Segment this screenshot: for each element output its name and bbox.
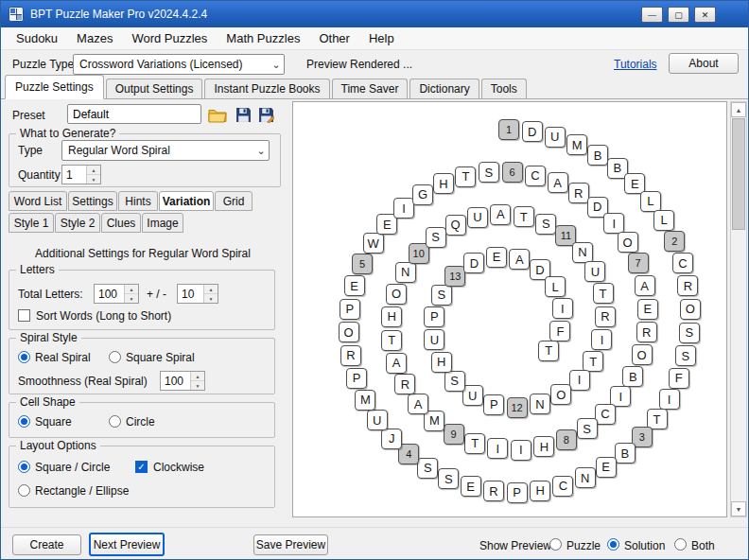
plus-minus-down-icon[interactable]: ▼ xyxy=(204,294,218,303)
spiral-letter-cell: H xyxy=(431,352,452,373)
cell-shape-title: Cell Shape xyxy=(16,395,79,409)
show-puzzle-radio[interactable] xyxy=(549,538,562,551)
spiral-letter-cell: S xyxy=(438,468,459,489)
minimize-icon: — xyxy=(648,10,656,20)
total-letters-spinner[interactable]: 100 ▲ ▼ xyxy=(94,284,139,304)
spiral-number-cell: 1 xyxy=(498,119,519,140)
spiral-letter-cell: T xyxy=(593,283,614,304)
menu-help[interactable]: Help xyxy=(359,28,404,48)
spiral-letter-cell: L xyxy=(545,276,566,297)
subtab-variation[interactable]: Variation xyxy=(159,191,214,211)
save-as-preset-icon[interactable] xyxy=(253,103,278,127)
subtab-settings[interactable]: Settings xyxy=(68,191,117,211)
sort-words-checkbox[interactable] xyxy=(18,309,30,322)
total-letters-down-icon[interactable]: ▼ xyxy=(125,294,138,303)
next-preview-button[interactable]: Next Preview xyxy=(89,533,165,556)
menu-other[interactable]: Other xyxy=(309,28,359,48)
spiral-letter-cell: B xyxy=(615,443,636,464)
tutorials-link[interactable]: Tutorials xyxy=(614,58,657,71)
spiral-letter-cell: B xyxy=(587,145,608,166)
maximize-icon: ▢ xyxy=(674,10,683,20)
subtab-image[interactable]: Image xyxy=(142,213,183,233)
maximize-button[interactable]: ▢ xyxy=(668,7,689,23)
preset-input[interactable] xyxy=(67,104,201,124)
save-preset-icon[interactable] xyxy=(231,103,255,127)
menu-word-puzzles[interactable]: Word Puzzles xyxy=(122,28,217,48)
plus-minus-label: + / - xyxy=(147,288,166,301)
tab-tools[interactable]: Tools xyxy=(481,79,527,98)
quantity-spinner[interactable]: 1 ▲ ▼ xyxy=(61,165,101,184)
rectangle-ellipse-radio[interactable] xyxy=(18,484,30,497)
quantity-up-icon[interactable]: ▲ xyxy=(87,166,100,175)
puzzle-type-combobox[interactable]: Crossword Variations (Licensed) ⌄ xyxy=(73,54,285,75)
spiral-letter-cell: U xyxy=(467,207,488,228)
clockwise-checkbox[interactable]: ✓ xyxy=(135,461,148,473)
plus-minus-up-icon[interactable]: ▲ xyxy=(204,285,218,294)
spiral-letter-cell: T xyxy=(583,351,603,372)
open-preset-icon[interactable] xyxy=(205,103,230,127)
real-spiral-radio[interactable] xyxy=(18,351,30,363)
square-circle-radio[interactable] xyxy=(18,461,30,473)
minimize-button[interactable]: — xyxy=(641,7,663,23)
smoothness-down-icon[interactable]: ▼ xyxy=(191,381,204,390)
tab-instant-puzzle-books[interactable]: Instant Puzzle Books xyxy=(204,79,329,98)
window-title: BPT Puzzle Maker Pro v2024.4.2.4 xyxy=(30,8,207,21)
save-preview-button[interactable]: Save Preview xyxy=(253,534,328,555)
spiral-letter-cell: S xyxy=(444,371,465,392)
subtab-style-2[interactable]: Style 2 xyxy=(55,213,100,233)
subtab-hints[interactable]: Hints xyxy=(118,191,158,211)
tab-dictionary[interactable]: Dictionary xyxy=(409,79,479,98)
smoothness-up-icon[interactable]: ▲ xyxy=(191,372,204,381)
show-solution-radio[interactable] xyxy=(607,538,619,551)
menu-math-puzzles[interactable]: Math Puzzles xyxy=(217,28,309,48)
spiral-letter-cell: R xyxy=(636,322,657,342)
subtab-clues[interactable]: Clues xyxy=(101,213,141,233)
preset-label: Preset xyxy=(12,109,45,122)
spiral-letter-cell: I xyxy=(552,298,573,319)
show-puzzle-label: Puzzle xyxy=(566,539,601,552)
subtab-style-1[interactable]: Style 1 xyxy=(9,213,54,233)
square-spiral-radio[interactable] xyxy=(109,351,121,363)
what-to-generate-title: What to Generate? xyxy=(16,127,119,140)
spiral-letter-cell: R xyxy=(677,275,698,296)
spiral-letter-cell: C xyxy=(672,253,693,273)
spiral-letter-cell: W xyxy=(363,233,384,254)
tab-puzzle-settings[interactable]: Puzzle Settings xyxy=(5,75,104,99)
spiral-number-cell: 5 xyxy=(352,254,373,274)
tab-output-settings[interactable]: Output Settings xyxy=(106,79,203,98)
scroll-down-icon[interactable]: ▼ xyxy=(731,501,746,516)
menu-sudoku[interactable]: Sudoku xyxy=(7,28,67,48)
cell-square-radio[interactable] xyxy=(18,415,30,428)
square-circle-label: Square / Circle xyxy=(35,461,110,474)
close-button[interactable]: ✕ xyxy=(694,7,716,23)
preview-scrollbar[interactable]: ▲ ▼ xyxy=(730,101,747,517)
spiral-letter-cell: T xyxy=(464,433,485,454)
spiral-letter-cell: S xyxy=(431,285,452,306)
spiral-letter-cell: E xyxy=(461,476,481,497)
spiral-letter-cell: J xyxy=(381,429,402,449)
subtab-word-list[interactable]: Word List xyxy=(9,191,67,211)
cell-circle-radio[interactable] xyxy=(109,415,121,428)
about-button[interactable]: About xyxy=(669,53,739,74)
spiral-letter-cell: P xyxy=(507,482,528,503)
plus-minus-spinner[interactable]: 10 ▲ ▼ xyxy=(177,284,218,304)
create-button[interactable]: Create xyxy=(12,534,81,555)
scrollbar-thumb[interactable] xyxy=(732,118,745,230)
menu-bar: Sudoku Mazes Word Puzzles Math Puzzles O… xyxy=(1,27,748,50)
smoothness-spinner[interactable]: 100 ▲ ▼ xyxy=(160,371,205,391)
spiral-letter-cell: O xyxy=(386,284,407,305)
spiral-letter-cell: A xyxy=(635,275,655,296)
menu-mazes[interactable]: Mazes xyxy=(67,28,122,48)
total-letters-up-icon[interactable]: ▲ xyxy=(125,285,138,294)
tab-time-saver[interactable]: Time Saver xyxy=(332,79,409,98)
check-icon: ✓ xyxy=(137,463,145,472)
scroll-up-icon[interactable]: ▲ xyxy=(731,102,746,117)
spiral-letter-cell: A xyxy=(386,353,407,374)
spiral-letter-cell: R xyxy=(483,481,504,501)
type-combobox[interactable]: Regular Word Spiral ⌄ xyxy=(61,140,270,161)
subtab-grid[interactable]: Grid xyxy=(215,191,253,211)
show-both-radio[interactable] xyxy=(674,538,687,551)
spiral-letter-cell: E xyxy=(344,275,365,296)
spiral-letter-cell: R xyxy=(340,345,361,366)
quantity-down-icon[interactable]: ▼ xyxy=(87,175,100,184)
